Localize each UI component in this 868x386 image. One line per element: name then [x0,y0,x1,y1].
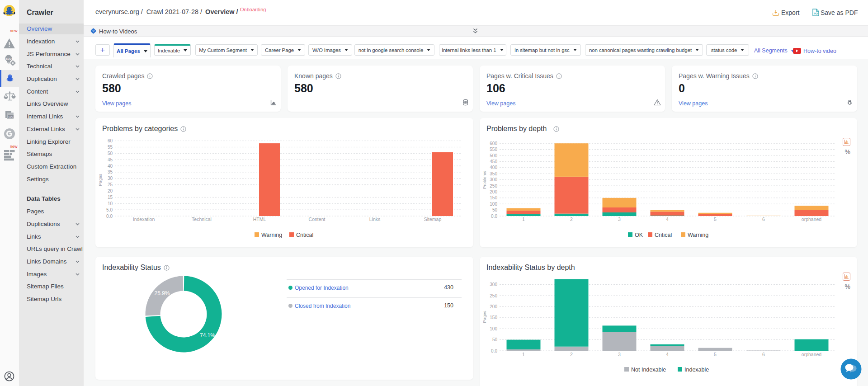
svg-text:Content: Content [309,217,326,222]
svg-text:5: 5 [714,352,717,357]
svg-text:HTML: HTML [253,217,266,222]
svg-text:Technical: Technical [192,217,212,222]
svg-text:LOG: LOG [9,116,13,118]
svg-text:SEO: SEO [6,57,12,60]
svg-text:100: 100 [490,326,497,331]
svg-text:200: 200 [490,189,497,194]
svg-text:Pages: Pages [98,174,103,186]
svg-text:600: 600 [490,141,497,146]
svg-text:orphaned: orphaned [802,217,822,222]
svg-text:50: 50 [108,151,113,156]
svg-text:0.0: 0.0 [491,214,497,219]
svg-text:50: 50 [492,337,498,342]
svg-text:250: 250 [490,184,497,188]
svg-text:300: 300 [490,282,497,287]
svg-text:250: 250 [490,293,497,298]
svg-text:5.0: 5.0 [106,207,113,212]
svg-text:500: 500 [490,153,497,158]
svg-text:3: 3 [618,217,621,222]
svg-text:74.1%: 74.1% [200,332,215,339]
svg-text:Indexable: Indexable [684,367,709,373]
svg-text:350: 350 [490,171,497,176]
svg-text:5: 5 [714,217,717,222]
svg-text:55: 55 [108,145,113,150]
svg-text:Critical: Critical [655,232,672,238]
svg-text:10: 10 [108,201,113,206]
svg-text:550: 550 [490,147,497,152]
svg-text:?: ? [92,29,94,33]
svg-text:Pages: Pages [482,311,487,323]
svg-text:Links: Links [369,217,381,222]
svg-text:orphaned: orphaned [802,352,822,357]
svg-text:400: 400 [490,165,497,170]
svg-text:40: 40 [108,164,113,169]
svg-text:20: 20 [108,188,113,193]
svg-text:150: 150 [490,195,497,200]
svg-text:300: 300 [490,177,497,182]
svg-text:25.9%: 25.9% [154,290,170,297]
svg-text:150: 150 [490,315,497,320]
svg-text:0.0: 0.0 [106,214,113,219]
svg-text:2: 2 [570,217,573,222]
svg-text:Indexation: Indexation [133,217,155,222]
svg-text:0.0: 0.0 [491,348,497,353]
svg-text:15: 15 [108,195,113,200]
svg-text:Critical: Critical [296,232,313,238]
svg-text:OK: OK [635,232,643,238]
svg-text:25: 25 [108,182,113,187]
svg-text:Problems: Problems [482,171,487,189]
svg-text:200: 200 [490,304,497,309]
svg-text:100: 100 [490,202,497,207]
svg-text:2: 2 [570,352,573,357]
svg-text:35: 35 [108,169,113,174]
svg-text:PDF: PDF [814,12,819,15]
svg-text:60: 60 [108,138,113,143]
svg-text:1: 1 [522,352,525,357]
svg-text:4: 4 [666,217,669,222]
svg-text:Warning: Warning [261,232,282,238]
svg-text:45: 45 [108,157,113,162]
svg-text:Not Indexable: Not Indexable [631,367,666,373]
svg-text:Warning: Warning [688,232,708,238]
svg-text:30: 30 [108,176,113,181]
svg-text:4: 4 [666,352,669,357]
svg-text:Sitemap: Sitemap [424,217,442,222]
svg-text:3: 3 [618,352,621,357]
svg-text:450: 450 [490,159,497,164]
svg-text:1: 1 [522,217,525,222]
svg-text:50: 50 [492,207,498,212]
svg-text:6: 6 [762,352,765,357]
svg-text:6: 6 [762,217,765,222]
